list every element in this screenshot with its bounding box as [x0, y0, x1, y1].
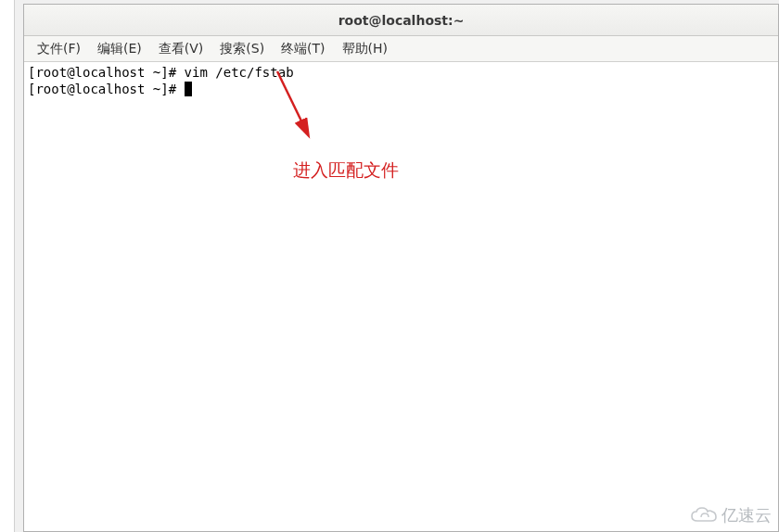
menu-file[interactable]: 文件(F) — [30, 39, 88, 59]
menu-view[interactable]: 查看(V) — [151, 39, 211, 59]
menu-bar: 文件(F) 编辑(E) 查看(V) 搜索(S) 终端(T) 帮助(H) — [24, 36, 778, 62]
menu-edit[interactable]: 编辑(E) — [90, 39, 149, 59]
terminal-area[interactable]: [root@localhost ~]# vim /etc/fstab [root… — [24, 62, 778, 531]
window-title: root@localhost:~ — [338, 13, 465, 28]
menu-search[interactable]: 搜索(S) — [212, 39, 272, 59]
watermark-text: 亿速云 — [722, 504, 772, 526]
terminal-line: [root@localhost ~]# vim /etc/fstab — [28, 64, 774, 81]
left-edge-strip — [0, 0, 15, 532]
menu-help[interactable]: 帮助(H) — [335, 39, 395, 59]
terminal-cursor — [185, 82, 192, 96]
terminal-line: [root@localhost ~]# — [28, 81, 774, 97]
cloud-icon — [690, 506, 718, 525]
menu-terminal[interactable]: 终端(T) — [274, 39, 332, 59]
terminal-window: root@localhost:~ 文件(F) 编辑(E) 查看(V) 搜索(S)… — [23, 4, 779, 532]
annotation-label: 进入匹配文件 — [293, 162, 399, 179]
prompt: [root@localhost ~]# — [28, 82, 185, 96]
watermark: 亿速云 — [690, 504, 772, 526]
window-titlebar[interactable]: root@localhost:~ — [24, 5, 778, 36]
